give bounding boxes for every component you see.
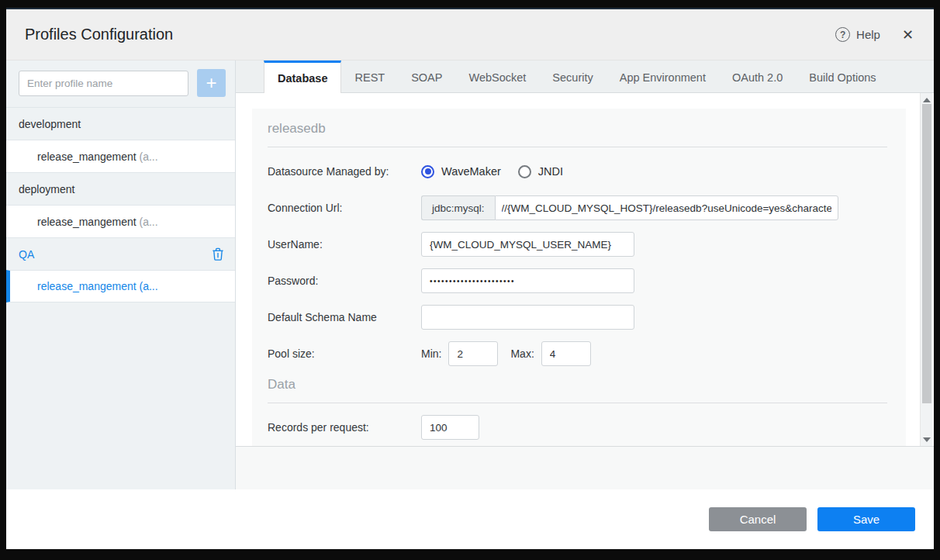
pool-size-label: Pool size: xyxy=(268,347,421,360)
profile-child-label: release_mangement xyxy=(37,216,137,228)
scrollbar-up-arrow-icon[interactable] xyxy=(923,98,931,102)
tab-app-environment[interactable]: App Environment xyxy=(607,60,719,92)
tab-rest[interactable]: REST xyxy=(341,60,398,92)
sidebar-item-development[interactable]: development xyxy=(6,107,235,140)
datasource-row: Datasource Managed by: WaveMaker JNDI xyxy=(268,159,887,184)
profile-child-label: release_mangement xyxy=(37,280,137,292)
sidebar-item-deployment[interactable]: deployment xyxy=(6,172,235,205)
records-per-request-label: Records per request: xyxy=(268,421,421,434)
default-schema-input[interactable] xyxy=(421,305,634,330)
profile-child-suffix: (a... xyxy=(137,150,158,163)
scrollbar-down-arrow-icon[interactable] xyxy=(923,437,931,442)
section-divider xyxy=(268,147,887,147)
database-name-heading: releasedb xyxy=(268,121,887,137)
tab-websocket[interactable]: WebSocket xyxy=(455,60,539,92)
scrollbar-thumb[interactable] xyxy=(922,104,931,403)
datasource-label: Datasource Managed by: xyxy=(268,165,421,178)
cancel-button[interactable]: Cancel xyxy=(709,507,807,531)
database-config-card: releasedb Datasource Managed by: WaveMak… xyxy=(252,109,906,447)
add-profile-button[interactable]: + xyxy=(197,69,226,97)
datasource-radio-group: WaveMaker JNDI xyxy=(421,165,563,178)
profile-settings-panel: Database REST SOAP WebSocket Security Ap… xyxy=(236,60,934,489)
pool-min-input[interactable] xyxy=(448,341,498,366)
default-schema-row: Default Schema Name xyxy=(268,305,887,330)
profile-group-label: QA xyxy=(19,248,34,261)
password-input[interactable] xyxy=(421,268,634,293)
radio-jndi[interactable]: JNDI xyxy=(518,165,563,178)
settings-tabbar: Database REST SOAP WebSocket Security Ap… xyxy=(236,60,934,93)
data-section-heading: Data xyxy=(268,377,887,392)
pool-min-label: Min: xyxy=(421,347,441,360)
pool-size-row: Pool size: Min: Max: xyxy=(268,341,887,366)
profiles-configuration-dialog: Profiles Configuration ? Help ✕ + develo… xyxy=(6,8,934,549)
radio-wavemaker-label: WaveMaker xyxy=(441,165,501,178)
username-input[interactable] xyxy=(421,232,634,257)
profile-name-input[interactable] xyxy=(19,71,188,96)
default-schema-label: Default Schema Name xyxy=(268,311,421,323)
profile-group-label: development xyxy=(19,118,81,130)
sidebar-item-release-mangement-qa[interactable]: release_mangement (a... xyxy=(6,270,235,302)
username-row: UserName: xyxy=(268,232,887,257)
help-button[interactable]: ? Help xyxy=(835,27,880,42)
username-label: UserName: xyxy=(268,238,421,251)
connection-url-label: Connection Url: xyxy=(268,202,421,214)
records-per-request-input[interactable] xyxy=(421,415,479,440)
connection-url-input[interactable] xyxy=(495,195,838,220)
password-row: Password: xyxy=(268,268,887,293)
tab-soap[interactable]: SOAP xyxy=(398,60,455,92)
tab-security[interactable]: Security xyxy=(539,60,606,92)
delete-profile-icon[interactable] xyxy=(212,247,224,261)
pool-max-input[interactable] xyxy=(541,341,591,366)
connection-url-row: Connection Url: jdbc:mysql: xyxy=(268,195,887,220)
profile-child-label: release_mangement xyxy=(37,150,137,163)
dialog-title: Profiles Configuration xyxy=(25,26,173,43)
profile-child-suffix: (a... xyxy=(137,280,158,292)
connection-url-group: jdbc:mysql: xyxy=(421,195,838,220)
vertical-scrollbar[interactable] xyxy=(920,93,932,447)
radio-unselected-icon xyxy=(518,165,531,178)
save-button[interactable]: Save xyxy=(817,507,915,531)
database-tab-panel: releasedb Datasource Managed by: WaveMak… xyxy=(236,93,934,447)
radio-wavemaker[interactable]: WaveMaker xyxy=(421,165,501,178)
close-icon[interactable]: ✕ xyxy=(902,26,914,43)
tab-database[interactable]: Database xyxy=(264,60,341,93)
pool-max-label: Max: xyxy=(510,347,534,360)
sidebar-item-qa[interactable]: QA xyxy=(6,237,235,270)
section-divider xyxy=(268,403,887,403)
records-per-request-row: Records per request: xyxy=(268,415,887,440)
radio-jndi-label: JNDI xyxy=(538,165,563,178)
password-label: Password: xyxy=(268,275,421,287)
dialog-footer: Cancel Save xyxy=(6,489,934,549)
profile-add-row: + xyxy=(6,60,235,107)
radio-selected-icon xyxy=(421,165,434,178)
sidebar-item-release-mangement-deploy[interactable]: release_mangement (a... xyxy=(6,205,235,237)
dialog-header: Profiles Configuration ? Help ✕ xyxy=(6,9,934,60)
sidebar-item-release-mangement-dev[interactable]: release_mangement (a... xyxy=(6,140,235,172)
help-label: Help xyxy=(856,28,880,41)
profile-child-suffix: (a... xyxy=(137,216,158,228)
tab-oauth-2-0[interactable]: OAuth 2.0 xyxy=(719,60,796,92)
tab-build-options[interactable]: Build Options xyxy=(796,60,889,92)
help-icon: ? xyxy=(835,27,850,42)
jdbc-prefix-addon: jdbc:mysql: xyxy=(421,195,495,220)
panel-bottom-area xyxy=(236,447,934,489)
profile-group-label: deployment xyxy=(19,183,74,195)
profiles-sidebar: + development release_mangement (a... de… xyxy=(6,60,236,489)
dialog-body: + development release_mangement (a... de… xyxy=(6,60,934,489)
